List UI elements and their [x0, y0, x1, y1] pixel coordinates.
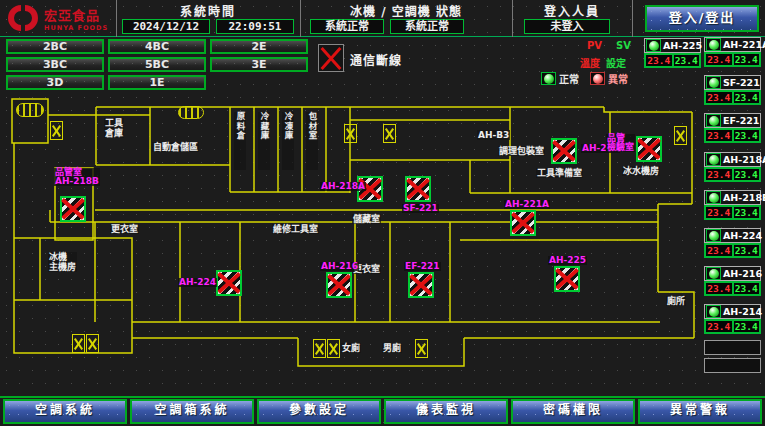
map-equipment-ah-224[interactable]	[216, 270, 242, 296]
sidebar-unit-ah-225[interactable]: AH-225	[644, 38, 701, 53]
hmi-screen: 工具 倉庫自動倉儲區AH-B3調理包裝室工具準備室冰水機房維修工具室更衣室儲藏室…	[0, 0, 765, 426]
unit-status-led-icon	[646, 39, 661, 52]
unit-pv-value: 23.4	[705, 206, 733, 219]
map-equipment-ah-218b[interactable]	[60, 196, 86, 222]
unit-status-led-icon	[706, 229, 721, 242]
floor-button-3bc[interactable]: 3BC	[6, 57, 104, 72]
unit-values-ah-216: 23.423.4	[704, 281, 761, 296]
system-date-value: 2024/12/12	[122, 19, 210, 34]
login-user-label: 登入人員	[516, 2, 628, 19]
unit-values-ah-214: 23.423.4	[704, 319, 761, 334]
unit-pv-value: 23.4	[705, 320, 733, 333]
unit-sv-value: 23.4	[733, 168, 761, 181]
room-label: 儲藏室	[352, 214, 381, 224]
map-equipment-ah-221a[interactable]	[510, 210, 536, 236]
unit-sv-value: 23.4	[673, 54, 701, 67]
room-label: 女廁	[341, 343, 361, 353]
stairs-icon	[16, 103, 44, 117]
map-equipment-ah-214[interactable]	[551, 138, 577, 164]
unit-name: AH-224	[723, 230, 762, 241]
shaft-x-icon	[674, 126, 687, 145]
unit-pv-value: 23.4	[705, 244, 733, 257]
unit-status-led-icon	[706, 114, 721, 127]
room-label: AH-B3	[477, 130, 510, 140]
unit-sv-value: 23.4	[733, 206, 761, 219]
empty-monitor-slot	[704, 340, 761, 355]
room-label-vertical: 原料倉	[234, 112, 246, 170]
floor-button-3d[interactable]: 3D	[6, 75, 104, 90]
floor-button-2bc[interactable]: 2BC	[6, 39, 104, 54]
abnormal-led-icon	[590, 72, 605, 85]
sidebar-unit-ah-216[interactable]: AH-216	[704, 266, 761, 281]
unit-pv-value: 23.4	[705, 282, 733, 295]
nav-button--[interactable]: 空調系統	[3, 399, 127, 424]
map-equipment-label-ah-218a: AH-218A	[320, 182, 366, 191]
unit-values-ef-221: 23.423.4	[704, 128, 761, 143]
unit-status-led-icon	[706, 191, 721, 204]
chiller-status-value: 系統正常	[310, 19, 384, 34]
map-equipment-label-ef-221: EF-221	[404, 262, 441, 271]
room-label: 工具 倉庫	[104, 118, 124, 138]
room-label: 自動倉儲區	[152, 142, 199, 152]
unit-sv-value: 23.4	[733, 320, 761, 333]
floor-button-5bc[interactable]: 5BC	[108, 57, 206, 72]
sidebar-unit-ah-221a[interactable]: AH-221A	[704, 37, 761, 52]
map-equipment-label-sf-221: SF-221	[402, 204, 439, 213]
nav-button--[interactable]: 儀表監視	[384, 399, 508, 424]
brand-logo: 宏亞食品 HUNYA FOODS	[6, 4, 108, 32]
system-time-label: 系統時間	[120, 2, 296, 19]
sv-header: SV	[616, 40, 631, 51]
system-time-value: 22:09:51	[216, 19, 294, 34]
comm-offline-x-icon	[318, 44, 344, 72]
sidebar-unit-sf-221[interactable]: SF-221	[704, 75, 761, 90]
map-equipment-ah-225[interactable]	[554, 266, 580, 292]
room-label: 廁所	[666, 296, 686, 306]
shaft-x-icon	[415, 339, 428, 358]
floor-button-2e[interactable]: 2E	[210, 39, 308, 54]
set-header: 設定	[606, 55, 626, 70]
sidebar-unit-ah-218a[interactable]: AH-218A	[704, 152, 761, 167]
floor-button-4bc[interactable]: 4BC	[108, 39, 206, 54]
normal-led-icon	[541, 72, 556, 85]
sidebar-unit-ah-218b[interactable]: AH-218B	[704, 190, 761, 205]
map-equipment-sf-221[interactable]	[405, 176, 431, 202]
shaft-x-icon	[383, 124, 396, 143]
ahu-status-value: 系統正常	[390, 19, 464, 34]
floor-button-1e[interactable]: 1E	[108, 75, 206, 90]
nav-button--[interactable]: 密碼權限	[511, 399, 635, 424]
shaft-x-icon	[344, 124, 357, 143]
room-label: 更衣室	[110, 224, 139, 234]
legend-normal: 正常	[541, 71, 579, 86]
sidebar-unit-ef-221[interactable]: EF-221	[704, 113, 761, 128]
unit-pv-value: 23.4	[705, 168, 733, 181]
nav-button--[interactable]: 空調箱系統	[130, 399, 254, 424]
nav-button--[interactable]: 參數設定	[257, 399, 381, 424]
map-equipment-ah-216[interactable]	[326, 272, 352, 298]
map-equipment-label-qc-room: 品管 檢驗室	[606, 134, 635, 152]
unit-name: AH-221A	[723, 39, 765, 50]
nav-button--[interactable]: 異常警報	[638, 399, 762, 424]
sidebar-unit-ah-224[interactable]: AH-224	[704, 228, 761, 243]
unit-name: AH-225	[663, 40, 702, 51]
unit-name: SF-221	[723, 77, 760, 88]
floor-button-3e[interactable]: 3E	[210, 57, 308, 72]
map-equipment-qc-room[interactable]	[636, 136, 662, 162]
map-equipment-ef-221[interactable]	[408, 272, 434, 298]
hunya-logo-icon	[6, 4, 40, 32]
unit-values-ah-218b: 23.423.4	[704, 205, 761, 220]
unit-status-led-icon	[706, 76, 721, 89]
shaft-x-icon	[327, 339, 340, 358]
map-equipment-label-ah-224: AH-224	[178, 278, 217, 287]
unit-status-led-icon	[706, 305, 721, 318]
unit-name: AH-214	[723, 306, 762, 317]
map-equipment-label-ah-216: AH-216	[320, 262, 359, 271]
room-label: 男廁	[382, 343, 402, 353]
room-label-vertical: 冷藏庫	[258, 112, 270, 170]
pv-header: PV	[587, 40, 602, 51]
room-label-vertical: 包材室	[306, 112, 318, 170]
map-equipment-label-ah-225: AH-225	[548, 256, 587, 265]
shaft-x-icon	[72, 334, 85, 353]
sidebar-unit-ah-214[interactable]: AH-214	[704, 304, 761, 319]
login-logout-button[interactable]: 登入/登出	[645, 5, 759, 32]
unit-pv-value: 23.4	[645, 54, 673, 67]
